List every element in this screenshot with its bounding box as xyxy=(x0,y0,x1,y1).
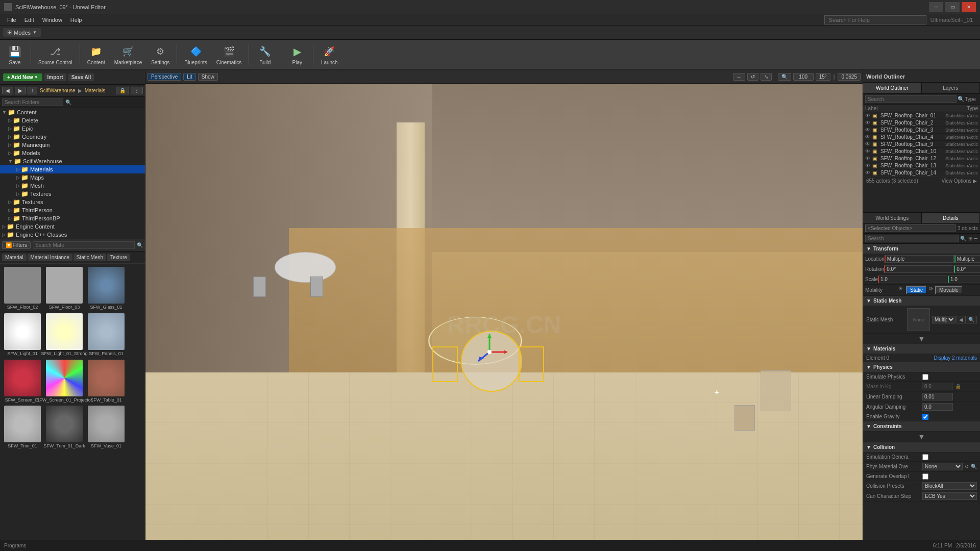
search-for-help-input[interactable] xyxy=(824,15,926,24)
modes-button[interactable]: ⊞ Modes ▼ xyxy=(3,28,41,37)
selected-objects-input[interactable] xyxy=(865,224,955,232)
filter-static-mesh[interactable]: Static Mesh xyxy=(74,254,106,261)
filter-texture[interactable]: Texture xyxy=(107,254,130,261)
layers-tab[interactable]: Layers xyxy=(922,83,981,93)
selected-chair-1[interactable] xyxy=(432,346,458,382)
tree-scifiwarehouse[interactable]: ▼ 📁 ScifiWarehouse xyxy=(0,157,145,165)
simulation-checkbox[interactable] xyxy=(922,454,928,460)
tree-engine-content[interactable]: ▷ 📁 Engine Content xyxy=(0,222,145,231)
actor-row[interactable]: 👁 ▣ SFW_Rooftop_Chair_14 StaticMeshActic xyxy=(863,169,980,177)
static-mesh-section-header[interactable]: ▼ Static Mesh xyxy=(863,296,980,306)
cb-lock-button[interactable]: 🔒 xyxy=(116,87,129,94)
world-outliner-tab[interactable]: World Outliner xyxy=(863,83,922,93)
mass-input[interactable] xyxy=(922,383,953,390)
actor-row[interactable]: 👁 ▣ SFW_Rooftop_Chair_3 StaticMeshActic xyxy=(863,127,980,134)
source-control-button[interactable]: ⎇ Source Control xyxy=(34,41,77,68)
char-step-select[interactable]: ECB Yes xyxy=(922,492,977,500)
transform-gizmo[interactable] xyxy=(469,332,510,372)
thumb-sfw-floor-03[interactable]: SFW_Floor_03 xyxy=(44,266,85,311)
translate-button[interactable]: ↔ xyxy=(733,73,745,81)
filter-material[interactable]: Material xyxy=(2,254,27,261)
scale-button[interactable]: ⤡ xyxy=(761,73,772,81)
thumb-sfw-floor-02[interactable]: SFW_Floor_02 xyxy=(2,266,43,311)
filter-material-instance[interactable]: Material Instance xyxy=(28,254,72,261)
linear-damping-input[interactable] xyxy=(922,393,953,400)
close-button[interactable]: ✕ xyxy=(962,2,976,12)
rotation-y-input[interactable] xyxy=(954,265,980,273)
actor-row[interactable]: 👁 ▣ SFW_Rooftop_Chair_13 StaticMeshActic xyxy=(863,162,980,169)
add-new-button[interactable]: + Add New ▼ xyxy=(3,73,42,81)
thumb-sfw-trim-dark[interactable]: SFW_Trim_01_Dark xyxy=(44,405,85,450)
cinematics-button[interactable]: 🎬 Cinematics xyxy=(212,41,246,68)
physics-section-header[interactable]: ▼ Physics xyxy=(863,362,980,372)
marketplace-button[interactable]: 🛒 Marketplace xyxy=(110,41,146,68)
tree-geometry[interactable]: ▷ 📁 Geometry xyxy=(0,133,145,141)
tree-maps[interactable]: ▷ 📁 Maps xyxy=(0,173,145,182)
viewport-zoom-in[interactable]: 🔍 xyxy=(778,73,791,81)
tree-engine-cpp[interactable]: ▷ 📁 Engine C++ Classes xyxy=(0,231,145,239)
details-list-icon[interactable]: ☰ xyxy=(973,236,978,241)
scale-y-input[interactable] xyxy=(948,276,980,283)
tree-delete[interactable]: ▷ 📁 Delete xyxy=(0,116,145,124)
save-all-button[interactable]: Save All xyxy=(68,73,94,81)
tree-content[interactable]: ▼ 📁 Content xyxy=(0,108,145,116)
actor-row[interactable]: 👁 ▣ SFW_Rooftop_Chair_01 StaticMeshActic xyxy=(863,112,980,119)
thumb-sfw-trim[interactable]: SFW_Trim_01 xyxy=(2,405,43,450)
rotation-x-input[interactable] xyxy=(884,265,953,273)
enable-gravity-checkbox[interactable] xyxy=(922,414,928,420)
constraints-expand-arrow[interactable]: ▼ xyxy=(918,433,925,441)
tree-thirdperson[interactable]: ▷ 📁 ThirdPerson xyxy=(0,206,145,214)
cb-forward-button[interactable]: ▶ xyxy=(15,87,26,94)
search-mate-input[interactable] xyxy=(33,241,135,249)
thumb-sfw-table[interactable]: SFW_Table_01 xyxy=(86,359,127,404)
collision-presets-select[interactable]: BlockAll xyxy=(922,482,977,490)
transform-section-header[interactable]: ▼ Transform xyxy=(863,244,980,254)
thumb-sfw-screen-projector[interactable]: SFW_Screen_01_Projector xyxy=(44,359,85,404)
scale-display[interactable]: 0.0625 xyxy=(838,73,861,81)
movable-button[interactable]: Movable xyxy=(935,286,963,294)
menu-edit[interactable]: Edit xyxy=(20,16,38,24)
thumb-sfw-panels[interactable]: SFW_Panels_01 xyxy=(86,312,127,358)
zoom-value-input[interactable]: 100 xyxy=(793,73,814,81)
build-button[interactable]: 🔧 Build xyxy=(252,41,278,68)
tree-models[interactable]: ▷ 📁 Models xyxy=(0,149,145,157)
location-y-input[interactable] xyxy=(954,255,980,263)
collision-section-header[interactable]: ▼ Collision xyxy=(863,442,980,453)
location-x-input[interactable] xyxy=(885,255,954,263)
perspective-button[interactable]: Perspective xyxy=(148,73,181,81)
save-button[interactable]: 💾 Save xyxy=(2,41,28,68)
angular-damping-input[interactable] xyxy=(922,403,953,411)
scale-x-input[interactable] xyxy=(878,276,947,283)
show-button[interactable]: Show xyxy=(198,73,218,81)
play-button[interactable]: ▶ Play xyxy=(284,41,310,68)
selected-chair-2[interactable] xyxy=(519,346,544,382)
thumb-sfw-glass-01[interactable]: SFW_Glass_01 xyxy=(86,266,127,311)
static-button[interactable]: Static xyxy=(906,286,927,294)
minimize-button[interactable]: ─ xyxy=(929,2,943,12)
angle-button[interactable]: 15° xyxy=(816,73,830,81)
restore-button[interactable]: ▭ xyxy=(945,2,960,12)
menu-help[interactable]: Help xyxy=(66,16,86,24)
phys-search-icon[interactable]: 🔍 xyxy=(971,464,977,469)
settings-button[interactable]: ⚙ Settings xyxy=(147,41,174,68)
cb-view-options-button[interactable]: ⋮ xyxy=(131,87,143,94)
tree-materials[interactable]: ▷ 📁 Materials xyxy=(0,165,145,173)
materials-section-header[interactable]: ▼ Materials xyxy=(863,344,980,354)
filters-button[interactable]: 🔽 Filters xyxy=(2,241,31,249)
import-button[interactable]: Import xyxy=(44,73,66,81)
actor-row[interactable]: 👁 ▣ SFW_Rooftop_Chair_4 StaticMeshActic xyxy=(863,134,980,141)
search-folders-input[interactable] xyxy=(2,98,63,106)
phys-reset-icon[interactable]: ↺ xyxy=(965,464,969,469)
display-materials-link[interactable]: Display 2 materials xyxy=(934,355,977,361)
menu-window[interactable]: Window xyxy=(38,16,66,24)
lit-button[interactable]: Lit xyxy=(183,73,196,81)
actor-row[interactable]: 👁 ▣ SFW_Rooftop_Chair_9 StaticMeshActic xyxy=(863,141,980,148)
thumb-sfw-light-strong[interactable]: SFW_Light_01_Strong xyxy=(44,312,85,358)
sm-values-select[interactable]: Multiple Values xyxy=(932,316,955,323)
viewport-canvas[interactable]: + Level: SciFiWarehouse_09 (Persistent) … xyxy=(145,84,863,551)
tree-epic[interactable]: ▷ 📁 Epic xyxy=(0,124,145,133)
details-tab[interactable]: Details xyxy=(922,213,981,223)
details-grid-icon[interactable]: ⊞ xyxy=(968,236,972,241)
phys-material-select[interactable]: None xyxy=(922,463,963,470)
actor-row[interactable]: 👁 ▣ SFW_Rooftop_Chair_10 StaticMeshActic xyxy=(863,148,980,155)
